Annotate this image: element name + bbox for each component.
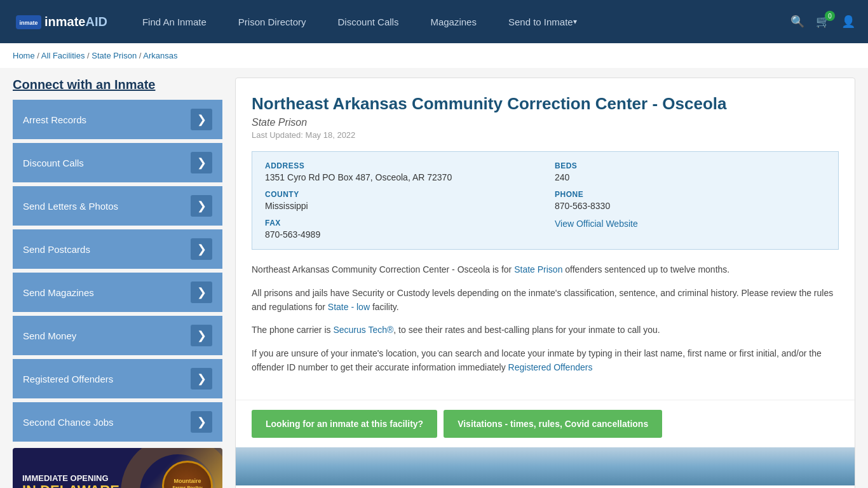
breadcrumb: Home / All Facilities / State Prison / A… bbox=[0, 43, 868, 68]
sidebar-arrest-records[interactable]: Arrest Records ❯ bbox=[13, 100, 222, 139]
desc-para-1: Northeast Arkansas Community Correction … bbox=[252, 262, 839, 276]
sidebar-send-letters[interactable]: Send Letters & Photos ❯ bbox=[13, 186, 222, 226]
nav-prison-directory[interactable]: Prison Directory bbox=[222, 0, 322, 43]
desc-para-3: The phone carrier is Securus Tech®, to s… bbox=[252, 323, 839, 337]
sidebar-discount-calls[interactable]: Discount Calls ❯ bbox=[13, 143, 222, 182]
beds-value: 240 bbox=[555, 172, 825, 182]
breadcrumb-all-facilities[interactable]: All Facilities bbox=[41, 51, 85, 60]
breadcrumb-state-prison[interactable]: State Prison bbox=[92, 51, 137, 60]
visitations-button[interactable]: Visitations - times, rules, Covid cancel… bbox=[444, 410, 662, 438]
phone-label: PHONE bbox=[555, 190, 825, 199]
desc-para-2: All prisons and jails have Security or C… bbox=[252, 286, 839, 315]
cart-badge: 0 bbox=[825, 11, 835, 21]
search-icon[interactable]: 🔍 bbox=[790, 15, 804, 29]
arrow-icon: ❯ bbox=[191, 109, 212, 130]
sidebar-second-chance-jobs[interactable]: Second Chance Jobs ❯ bbox=[13, 402, 222, 442]
ad-logo: Mountaire Farms Poultry Company bbox=[162, 461, 213, 488]
breadcrumb-arkansas[interactable]: Arkansas bbox=[143, 51, 177, 60]
facility-content: Northeast Arkansas Community Correction … bbox=[235, 78, 855, 488]
website-block: View Official Website bbox=[555, 219, 825, 240]
beds-block: BEDS 240 bbox=[555, 161, 825, 182]
facility-title: Northeast Arkansas Community Correction … bbox=[252, 94, 839, 114]
cart-icon[interactable]: 🛒 0 bbox=[816, 15, 830, 29]
info-table: ADDRESS 1351 Cyro Rd PO Box 487, Osceola… bbox=[252, 151, 839, 250]
phone-value: 870-563-8330 bbox=[555, 201, 825, 211]
last-updated: Last Updated: May 18, 2022 bbox=[252, 130, 839, 140]
svg-text:inmate: inmate bbox=[19, 20, 37, 26]
sidebar-title: Connect with an Inmate bbox=[13, 78, 222, 92]
breadcrumb-home[interactable]: Home bbox=[13, 51, 35, 60]
nav-find-inmate[interactable]: Find An Inmate bbox=[126, 0, 222, 43]
arrow-icon: ❯ bbox=[191, 325, 212, 346]
arrow-icon: ❯ bbox=[191, 368, 212, 390]
sidebar-send-magazines[interactable]: Send Magazines ❯ bbox=[13, 273, 222, 312]
arrow-icon: ❯ bbox=[191, 281, 212, 303]
main-header: inmate inmateAID Find An Inmate Prison D… bbox=[0, 0, 868, 43]
facility-image bbox=[236, 447, 855, 485]
address-value: 1351 Cyro Rd PO Box 487, Osceola, AR 723… bbox=[265, 172, 536, 182]
sidebar-send-money[interactable]: Send Money ❯ bbox=[13, 316, 222, 355]
beds-label: BEDS bbox=[555, 161, 825, 170]
main-nav: Find An Inmate Prison Directory Discount… bbox=[126, 0, 790, 43]
looking-for-inmate-button[interactable]: Looking for an inmate at this facility? bbox=[252, 410, 437, 438]
facility-description: Northeast Arkansas Community Correction … bbox=[252, 262, 839, 374]
fax-block: FAX 870-563-4989 bbox=[265, 219, 536, 240]
sidebar: Connect with an Inmate Arrest Records ❯ … bbox=[13, 78, 222, 488]
fax-value: 870-563-4989 bbox=[265, 229, 536, 240]
sidebar-registered-offenders[interactable]: Registered Offenders ❯ bbox=[13, 359, 222, 398]
county-label: COUNTY bbox=[265, 190, 536, 199]
arrow-icon: ❯ bbox=[191, 238, 212, 260]
facility-type: State Prison bbox=[252, 117, 839, 128]
website-link[interactable]: View Official Website bbox=[555, 219, 638, 229]
arrow-icon: ❯ bbox=[191, 411, 212, 433]
securus-link[interactable]: Securus Tech® bbox=[333, 325, 393, 335]
main-container: Connect with an Inmate Arrest Records ❯ … bbox=[0, 68, 868, 488]
state-low-link[interactable]: State - low bbox=[328, 302, 370, 312]
arrow-icon: ❯ bbox=[191, 152, 212, 173]
ad-banner[interactable]: IMMEDIATE OPENING IN DELAWARE Mountaire … bbox=[13, 448, 222, 488]
ad-immediate-text: IMMEDIATE OPENING bbox=[22, 473, 119, 483]
arrow-icon: ❯ bbox=[191, 195, 212, 217]
nav-discount-calls[interactable]: Discount Calls bbox=[322, 0, 415, 43]
county-value: Mississippi bbox=[265, 201, 536, 211]
nav-magazines[interactable]: Magazines bbox=[414, 0, 492, 43]
header-icons: 🔍 🛒 0 👤 bbox=[790, 15, 855, 29]
action-buttons: Looking for an inmate at this facility? … bbox=[236, 400, 855, 447]
address-label: ADDRESS bbox=[265, 161, 536, 170]
nav-send-to-inmate[interactable]: Send to Inmate bbox=[492, 0, 593, 43]
ad-in-text: IN DELAWARE bbox=[22, 483, 119, 488]
desc-para-4: If you are unsure of your inmate's locat… bbox=[252, 346, 839, 375]
user-icon[interactable]: 👤 bbox=[841, 15, 855, 29]
phone-block: PHONE 870-563-8330 bbox=[555, 190, 825, 211]
address-block: ADDRESS 1351 Cyro Rd PO Box 487, Osceola… bbox=[265, 161, 536, 182]
fax-label: FAX bbox=[265, 219, 536, 227]
state-prison-link[interactable]: State Prison bbox=[514, 264, 562, 274]
sidebar-send-postcards[interactable]: Send Postcards ❯ bbox=[13, 229, 222, 269]
registered-link[interactable]: Registered Offenders bbox=[508, 362, 593, 372]
county-block: COUNTY Mississippi bbox=[265, 190, 536, 211]
logo[interactable]: inmate inmateAID bbox=[13, 9, 107, 34]
